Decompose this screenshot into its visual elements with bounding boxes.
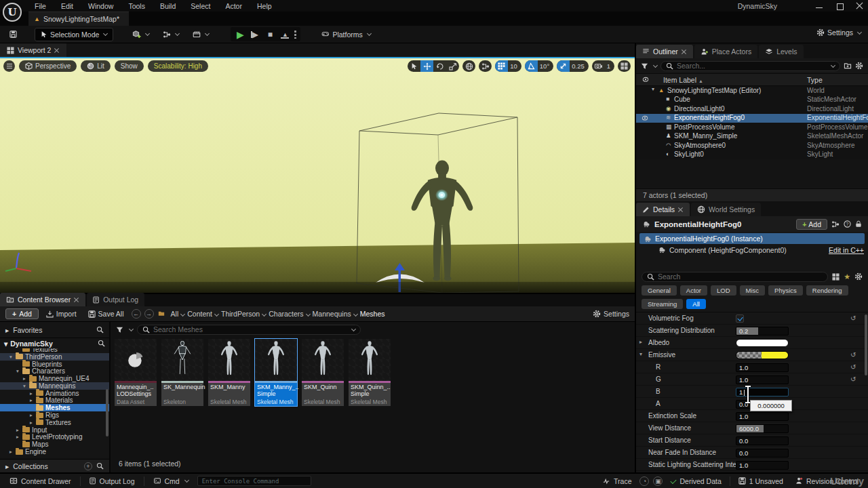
category-all[interactable]: All — [686, 299, 706, 309]
tree-caret-icon[interactable]: ▸ — [15, 427, 20, 433]
tab-place-actors[interactable]: Place Actors — [694, 45, 757, 58]
property-emissive[interactable]: ▾Emissive↺ — [636, 349, 868, 361]
menu-edit[interactable]: Edit — [55, 1, 79, 12]
tree-item-mannequin_ue4[interactable]: ▸Mannequin_UE4 — [0, 375, 109, 382]
collections-section[interactable]: ▸Collections + — [0, 459, 109, 472]
add-collection-icon[interactable]: + — [84, 462, 92, 470]
category-lod[interactable]: LOD — [711, 285, 736, 296]
visibility-column-icon[interactable] — [642, 77, 650, 83]
display-options-icon[interactable] — [832, 273, 840, 281]
expand-caret-icon[interactable]: ▾ — [639, 351, 642, 357]
asset-tile-skm-manny[interactable]: SKM_MannySkeletal Mesh — [208, 338, 251, 407]
eject-button[interactable]: ▲ — [278, 28, 292, 41]
outliner-column-header[interactable]: Item Label ▲ Type — [636, 73, 868, 86]
view-mode-dropdown[interactable]: Lit — [81, 60, 111, 72]
details-instance-row[interactable]: ExponentialHeightFog0 (Instance) — [639, 233, 865, 244]
breadcrumb-content[interactable]: Content — [185, 310, 214, 318]
filter-icon[interactable] — [116, 326, 123, 333]
menu-actor[interactable]: Actor — [219, 1, 248, 12]
menu-window[interactable]: Window — [82, 1, 119, 12]
color-swatch[interactable] — [736, 351, 789, 359]
asset-tile-mannequin-lodsettings[interactable]: Mannequin_..LODSettingsData Asset — [114, 338, 157, 407]
asset-search-input[interactable]: Search Meshes — [137, 325, 361, 335]
show-dropdown[interactable]: Show — [115, 60, 144, 72]
value-field[interactable]: 0.0 — [736, 449, 789, 458]
menu-build[interactable]: Build — [154, 1, 182, 12]
breadcrumb-meshes[interactable]: Meshes — [358, 310, 387, 318]
maximize-viewport-button[interactable] — [618, 60, 631, 72]
content-drawer-button[interactable]: Content Drawer — [5, 474, 75, 488]
breadcrumb-thirdperson[interactable]: ThirdPerson — [219, 310, 262, 318]
select-tool-button[interactable] — [408, 60, 420, 72]
lock-icon[interactable] — [855, 220, 862, 228]
level-tab[interactable]: ▲ SnowyLightingTestMap* — [28, 12, 129, 26]
create-folder-icon[interactable] — [844, 62, 852, 70]
minimize-button[interactable] — [815, 3, 823, 9]
tree-caret-icon[interactable]: ▸ — [28, 412, 34, 418]
breadcrumb-characters[interactable]: Characters — [267, 310, 305, 318]
screenshot-icon[interactable]: ▣ — [653, 476, 663, 486]
selection-mode-dropdown[interactable]: Selection Mode — [35, 28, 113, 41]
property-albedo[interactable]: ▸Albedo — [636, 337, 868, 349]
value-field[interactable]: 1.0 — [736, 461, 789, 470]
tree-item-levelprototyping[interactable]: ▸LevelPrototyping — [0, 434, 109, 441]
property-extinction-scale[interactable]: Extinction Scale1.0 — [636, 410, 868, 422]
tree-item-input[interactable]: ▸Input — [0, 426, 109, 434]
details-settings-icon[interactable] — [854, 272, 863, 281]
scale-snap-button[interactable] — [557, 60, 570, 72]
category-streaming[interactable]: Streaming — [642, 299, 683, 309]
tree-caret-icon[interactable]: ▸ — [22, 375, 27, 382]
tab-output-log[interactable]: Output Log — [87, 293, 144, 306]
import-button[interactable]: Import — [42, 308, 81, 320]
tree-caret-icon[interactable]: ▾ — [22, 383, 27, 389]
property-view-distance[interactable]: View Distance6000.0 — [636, 422, 868, 434]
search-icon[interactable] — [98, 340, 105, 347]
tree-item-rigs[interactable]: ▸Rigs — [0, 411, 109, 419]
asset-tile-skm-quinn[interactable]: SKM_QuinnSkeletal Mesh — [301, 338, 344, 407]
forward-button[interactable]: → — [144, 309, 154, 319]
tree-caret-icon[interactable]: ▾ — [15, 368, 20, 374]
outliner-row[interactable]: ▾▲SnowyLightingTestMap (Editor)World — [636, 86, 868, 96]
edit-in-cpp-link[interactable]: Edit in C++ — [829, 246, 864, 254]
value-field[interactable]: 0.0 — [736, 436, 789, 445]
stop-button[interactable]: ■ — [263, 28, 277, 41]
save-button[interactable] — [5, 28, 21, 40]
reset-to-default-icon[interactable]: ↺ — [850, 363, 856, 371]
reset-to-default-icon[interactable]: ↺ — [850, 314, 856, 322]
close-icon[interactable] — [54, 47, 60, 53]
favorites-star-icon[interactable]: ★ — [844, 272, 850, 281]
reset-to-default-icon[interactable]: ↺ — [850, 351, 856, 359]
tree-caret-icon[interactable]: ▸ — [15, 434, 20, 440]
outliner-row[interactable]: ◠SkyAtmosphere0SkyAtmosphere — [636, 141, 868, 150]
reset-to-default-icon[interactable]: ↺ — [850, 375, 856, 383]
value-slider[interactable]: 6000.0 — [736, 424, 789, 433]
tab-outliner[interactable]: Outliner — [636, 45, 693, 58]
breadcrumb-mannequins[interactable]: Mannequins — [311, 310, 353, 318]
cb-add-button[interactable]: +Add — [5, 308, 39, 319]
asset-tile-skm-quinn-simple[interactable]: SKM_Quinn_..SimpleSkeletal Mesh — [348, 338, 391, 407]
perspective-dropdown[interactable]: Perspective — [19, 60, 77, 72]
filter-icon[interactable] — [641, 62, 648, 70]
derived-data-button[interactable]: Derived Data — [667, 477, 725, 485]
property-g[interactable]: G1.0↺ — [636, 373, 868, 386]
details-search-input[interactable]: Search — [642, 272, 828, 282]
outliner-row[interactable]: ♟SKM_Manny_SimpleSkeletalMeshActor — [636, 132, 868, 142]
angle-snap-button[interactable] — [525, 60, 538, 72]
console-command-input[interactable]: Enter Console Command — [197, 476, 311, 486]
camera-speed-value[interactable]: 1 — [605, 62, 614, 70]
frame-skip-button[interactable]: ▶ — [248, 28, 262, 41]
category-rendering[interactable]: Rendering — [806, 285, 848, 296]
platforms-dropdown[interactable]: Platforms — [317, 28, 374, 41]
tree-item-engine[interactable]: ▸Engine — [0, 448, 109, 455]
viewport-canvas[interactable]: Perspective Lit Show Scalability: High 1… — [0, 58, 635, 293]
category-general[interactable]: General — [642, 285, 677, 296]
cmd-dropdown[interactable]: Cmd — [149, 474, 193, 488]
scalability-button[interactable]: Scalability: High — [148, 60, 208, 72]
scale-tool-button[interactable] — [446, 60, 459, 72]
settings-dropdown[interactable]: Settings — [816, 28, 861, 37]
category-misc[interactable]: Misc — [740, 285, 766, 296]
value-field[interactable]: 1.0 — [736, 363, 789, 372]
tree-caret-icon[interactable]: ▸ — [8, 449, 14, 455]
add-component-button[interactable]: +Add — [796, 219, 827, 230]
unreal-logo-icon[interactable]: U — [3, 3, 22, 22]
